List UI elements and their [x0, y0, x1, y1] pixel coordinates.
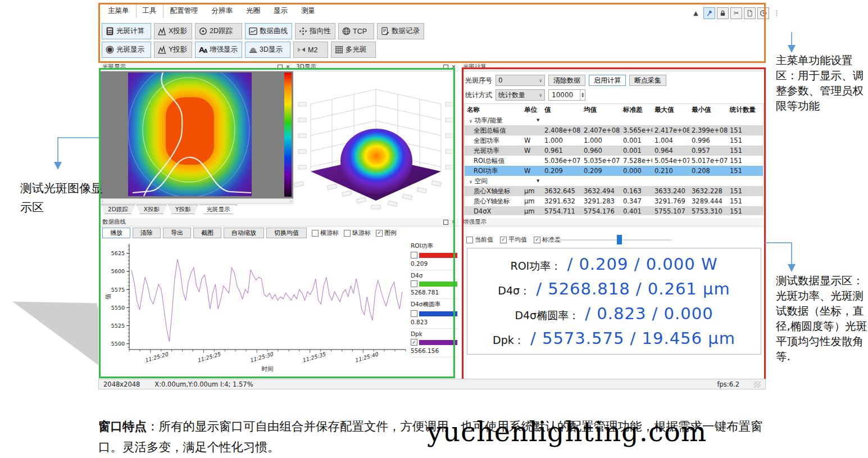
pin-icon[interactable] — [703, 7, 715, 19]
calc-button-断点采集[interactable]: 断点采集 — [629, 75, 666, 86]
collapse-icon[interactable]: ▲ — [690, 7, 702, 19]
resize-grip-icon[interactable] — [754, 381, 761, 388]
curve-button-切换均值[interactable]: 切换均值 — [266, 228, 307, 238]
calc-button-清除数据[interactable]: 清除数据 — [548, 75, 585, 86]
statistics-table[interactable]: 名称单位值均值标准差最大值最小值统计数量∨功率/能量▼全图总幅值2.408e+0… — [464, 103, 764, 215]
stat-count-spinner[interactable]: 10000▲▼ — [548, 89, 585, 101]
float-panel-icon[interactable] — [443, 219, 449, 225]
target-button[interactable]: 2D跟踪 — [195, 23, 242, 39]
menu-tab-分辨率[interactable]: 分辨率 — [205, 3, 240, 19]
curve-button-导出[interactable]: 导出 — [163, 228, 191, 238]
checkbox-label: 纵游标 — [352, 229, 371, 237]
menu-tab-配置管理[interactable]: 配置管理 — [163, 3, 205, 19]
table-row[interactable]: 全图总幅值2.408e+082.407e+083.565e+052.417e+0… — [465, 125, 763, 135]
table-row[interactable]: D4σXμm5754.7115754.1760.4015755.1075753.… — [465, 206, 763, 215]
menu-tab-测量[interactable]: 测量 — [294, 3, 322, 19]
column-header: 标准差 — [621, 106, 652, 114]
surface-3d-plot[interactable] — [294, 71, 459, 216]
stat-mode-dropdown[interactable]: 统计数量∨ — [496, 89, 545, 101]
display3d-title: 3D显示 — [296, 63, 441, 71]
lock-icon[interactable] — [717, 7, 729, 19]
legend-color-bar — [419, 253, 457, 258]
legend-checkbox[interactable] — [411, 339, 417, 346]
table-row[interactable]: ROI功率W0.2090.2090.0000.2100.208151 — [465, 166, 763, 176]
legend-checkbox[interactable] — [411, 310, 417, 317]
table-row[interactable]: 质心X轴坐标μm3632.6453632.4940.1633633.240363… — [465, 186, 763, 196]
menu-tab-主菜单[interactable]: 主菜单 — [101, 3, 136, 19]
spot-button[interactable]: 光斑显示 — [102, 42, 151, 58]
table-row[interactable]: ROI总幅值5.036e+075.035e+077.528e+045.054e+… — [465, 156, 763, 166]
trend-line-chart[interactable]: 55005525555055755600562511:25:2011:25:25… — [102, 239, 409, 375]
beam-tab-Y投影[interactable]: Y投影 — [168, 205, 198, 214]
table-row[interactable]: 质心Y轴坐标μm3291.6323291.2830.3473291.769328… — [465, 196, 763, 206]
data-curve-title-bar: 数据曲线 ✕ — [100, 218, 459, 226]
checkbox-icon — [344, 230, 351, 237]
float-panel-icon[interactable] — [443, 64, 449, 70]
data-curve-button[interactable]: 数据曲线 — [245, 23, 292, 39]
annotation-menu-area: 主菜单功能设置区：用于显示、调整参数、管理员权限等功能 — [776, 53, 867, 114]
beam-tab-光斑显示[interactable]: 光斑显示 — [199, 205, 237, 214]
close-panel-icon[interactable]: ✕ — [451, 219, 457, 225]
table-row[interactable]: 光斑功率W0.9610.9600.0010.9640.957151 — [465, 146, 763, 156]
beam-tab-X投影[interactable]: X投影 — [137, 205, 167, 214]
globe-button[interactable]: TCP — [338, 23, 374, 39]
checkbox-label: 平均值 — [508, 235, 527, 244]
enhanced-slider-track[interactable] — [547, 239, 671, 241]
calculator-button[interactable]: 光斑计算 — [102, 23, 151, 39]
menu-tab-显示[interactable]: 显示 — [267, 3, 294, 19]
toolbar-button-label: 3D显示 — [260, 45, 283, 55]
enhanced-slider-handle[interactable] — [617, 235, 622, 244]
calc-button-启用计算[interactable]: 启用计算 — [589, 75, 626, 86]
legend-label: D4σ椭圆率 — [411, 301, 458, 309]
bowtie-button[interactable]: M2 — [293, 42, 328, 58]
curve-checkbox-图例[interactable]: 图例 — [376, 229, 397, 237]
toolbar-button-label: TCP — [353, 28, 367, 35]
table-row[interactable]: 全图功率W1.0001.0000.0011.0040.996151 — [465, 135, 763, 146]
clock-icon[interactable] — [757, 7, 769, 19]
curve-button-截图[interactable]: 截图 — [193, 228, 221, 238]
table-group-row[interactable]: ∨空间▼ — [465, 176, 763, 186]
record-button[interactable]: 数据记录 — [377, 23, 424, 39]
projection-y-button[interactable]: Y投影 — [154, 42, 192, 58]
table-cell: 0.996 — [689, 137, 728, 144]
horizontal-scrollbar[interactable]: ‹› — [100, 198, 293, 204]
multi-spot-button[interactable]: 多光斑 — [331, 42, 376, 58]
svg-text:值: 值 — [104, 293, 111, 300]
legend-value: 0.823 — [411, 319, 458, 325]
curve-button-自动缩放[interactable]: 自动缩放 — [224, 228, 264, 238]
close-panel-icon[interactable]: ✕ — [451, 64, 457, 70]
close-panel-icon[interactable]: ✕ — [285, 64, 291, 70]
enhance-button[interactable]: AA增强显示 — [195, 42, 242, 58]
toolbar-button-label: 增强显示 — [210, 45, 238, 55]
column-header: 值 — [542, 106, 581, 114]
float-panel-icon[interactable] — [277, 64, 283, 70]
legend-checkbox[interactable] — [411, 280, 417, 287]
enhanced-checkbox-平均值[interactable]: 平均值 — [500, 235, 527, 244]
readout-label: D4σ椭圆率： — [515, 309, 579, 321]
curve-checkbox-横游标[interactable]: 横游标 — [312, 229, 339, 237]
direction-button[interactable]: 指向性 — [295, 23, 335, 39]
more-icon[interactable]: ⋮ — [771, 7, 783, 19]
table-cell: ROI功率 — [465, 167, 522, 175]
seq-dropdown[interactable]: 0∨ — [496, 75, 545, 86]
scissors-icon[interactable]: ✂ — [730, 7, 742, 19]
legend-color-bar — [419, 282, 457, 287]
table-group-row[interactable]: ∨功率/能量▼ — [465, 115, 763, 125]
beam-image-viewport[interactable] — [100, 71, 293, 198]
table-cell: 1.004 — [652, 137, 689, 144]
spot-icon — [106, 46, 114, 54]
curve-button-清除[interactable]: 清除 — [133, 228, 161, 238]
svg-text:5500: 5500 — [111, 341, 125, 347]
projection-x-button[interactable]: X投影 — [154, 23, 192, 39]
curve-button-播放[interactable]: 播放 — [102, 228, 130, 238]
enhanced-checkbox-当前值[interactable]: 当前值 — [466, 235, 493, 244]
menu-tab-工具[interactable]: 工具 — [136, 3, 163, 19]
legend-checkbox[interactable] — [411, 252, 417, 259]
projection-y-icon — [158, 46, 166, 54]
toolbar-button-label: 光斑显示 — [116, 45, 144, 55]
table-cell: 151 — [728, 147, 761, 155]
menu-tab-光圈[interactable]: 光圈 — [239, 3, 267, 19]
curve-checkbox-纵游标[interactable]: 纵游标 — [344, 229, 371, 237]
document-icon[interactable] — [744, 7, 756, 19]
dome-3d-button[interactable]: 3D显示 — [245, 42, 290, 58]
